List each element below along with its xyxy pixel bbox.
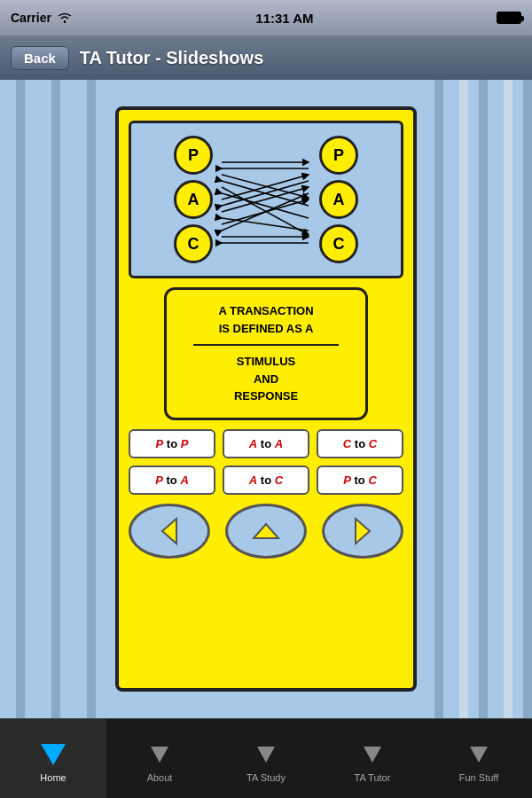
carrier-label: Carrier: [11, 11, 51, 25]
left-c-circle: C: [174, 224, 213, 263]
prev-button[interactable]: [129, 504, 210, 559]
yellow-card: P A C: [115, 106, 417, 692]
tab-about[interactable]: About: [106, 719, 213, 798]
left-arrow-icon: [150, 512, 189, 551]
p-to-a-button[interactable]: P to A: [129, 466, 215, 495]
nav-bar: Back TA Tutor - Slideshows: [0, 35, 532, 80]
nav-btn-grid: P to P A to A C to C P to A A t: [129, 429, 403, 495]
back-button[interactable]: Back: [11, 46, 69, 70]
text-box: A TRANSACTION IS DEFINED AS A STIMULUS A…: [164, 287, 368, 420]
home-icon: [39, 740, 67, 769]
svg-marker-15: [254, 524, 278, 538]
right-arrow-icon: [343, 512, 382, 551]
wifi-icon: [57, 12, 73, 24]
a-to-c-button[interactable]: A to C: [223, 466, 309, 495]
status-bar: Carrier 11:31 AM: [0, 0, 532, 35]
battery-icon: [497, 12, 521, 24]
fun-stuff-icon: [465, 740, 493, 769]
tab-fun-stuff[interactable]: Fun Stuff: [426, 719, 532, 798]
arrow-network: [213, 137, 319, 262]
a-to-a-button[interactable]: A to A: [223, 429, 309, 458]
left-p-circle: P: [174, 136, 213, 175]
text-line3: STIMULUS: [237, 355, 295, 368]
left-pac-circles: P A C: [174, 136, 213, 263]
tab-bar: Home About TA Study TA Tutor Fun Stuff: [0, 718, 532, 798]
up-button[interactable]: [225, 504, 307, 559]
ta-study-icon: [252, 740, 280, 769]
up-arrow-icon: [246, 512, 286, 551]
text-line2: IS DEFINED AS A: [219, 322, 314, 335]
right-pac-circles: P A C: [319, 136, 358, 263]
text-line5: RESPONSE: [234, 389, 298, 403]
svg-marker-16: [356, 519, 370, 544]
svg-line-11: [222, 193, 309, 218]
p-to-c-button[interactable]: P to C: [317, 466, 403, 495]
diagram-area: P A C: [129, 121, 403, 278]
text-line4: AND: [254, 372, 278, 386]
tab-ta-study[interactable]: TA Study: [213, 719, 319, 798]
p-to-p-button[interactable]: P to P: [129, 429, 215, 458]
about-icon: [145, 740, 174, 769]
text-line1: A TRANSACTION: [218, 304, 313, 317]
next-button[interactable]: [322, 504, 403, 559]
c-to-c-button[interactable]: C to C: [317, 429, 403, 458]
arrow-btn-row: [129, 504, 403, 559]
tab-home-label: Home: [40, 772, 66, 783]
svg-marker-14: [162, 519, 176, 544]
tab-home[interactable]: Home: [0, 719, 106, 798]
right-p-circle: P: [319, 136, 358, 175]
tab-ta-tutor[interactable]: TA Tutor: [319, 719, 426, 798]
tab-about-label: About: [147, 772, 173, 783]
tab-ta-tutor-label: TA Tutor: [355, 772, 391, 783]
left-a-circle: A: [174, 180, 213, 219]
main-content: P A C: [0, 80, 532, 718]
nav-title: TA Tutor - Slideshows: [80, 48, 263, 68]
right-a-circle: A: [319, 180, 358, 219]
text-divider: [193, 344, 338, 346]
right-c-circle: C: [319, 224, 358, 263]
ta-tutor-icon: [358, 740, 387, 769]
time-display: 11:31 AM: [255, 11, 313, 26]
tab-ta-study-label: TA Study: [246, 772, 286, 783]
tab-fun-stuff-label: Fun Stuff: [459, 772, 498, 783]
